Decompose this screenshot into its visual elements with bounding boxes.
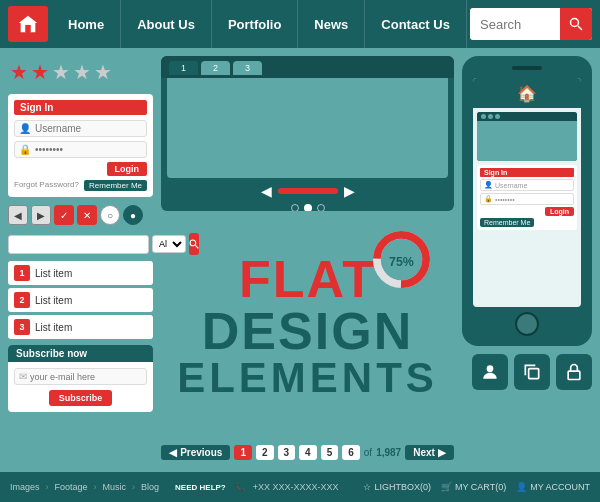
phone-login: Sign In 👤 Username 🔒 •••••••• Login (477, 165, 577, 230)
cart-label: MY CART(0) (455, 482, 506, 492)
bottom-link-music[interactable]: Music (103, 482, 127, 492)
phone-login-btn[interactable]: Login (545, 207, 574, 216)
need-help-label: NEED HELP? (175, 483, 226, 492)
lightbox-action[interactable]: ☆ LIGHTBOX(0) (363, 482, 431, 492)
remember-me-button[interactable]: Remember Me (84, 180, 147, 191)
star-rating[interactable]: ★ ★ ★ ★ ★ (8, 56, 153, 88)
left-panel: ★ ★ ★ ★ ★ Sign In 👤 🔒 Login Forgot Passw… (8, 56, 153, 464)
list-item[interactable]: 3 List item (8, 315, 153, 339)
list-label-2: List item (35, 295, 72, 306)
bottom-link-footage[interactable]: Footage (55, 482, 88, 492)
phone-home-btn[interactable] (515, 312, 539, 336)
user-account-icon-btn[interactable] (472, 354, 508, 390)
phone-username-field[interactable]: 👤 Username (480, 179, 574, 191)
prev-arrow-btn[interactable]: ◀ (8, 205, 28, 225)
svg-point-9 (487, 365, 494, 372)
list-label-1: List item (35, 268, 72, 279)
page-total: 1,987 (376, 447, 401, 458)
radio-btn-empty[interactable]: ○ (100, 205, 120, 225)
search-bar: All (8, 233, 153, 255)
email-input[interactable] (30, 372, 142, 382)
password-field[interactable]: 🔒 (14, 141, 147, 158)
copy-icon-btn[interactable] (514, 354, 550, 390)
lightbox-icon: ☆ (363, 482, 371, 492)
cart-action[interactable]: 🛒 MY CART(0) (441, 482, 506, 492)
browser-next-btn[interactable]: ▶ (344, 183, 355, 199)
filter-input[interactable] (8, 235, 149, 254)
browser-dot-2[interactable] (304, 204, 312, 211)
phone-remember-btn[interactable]: Remember Me (480, 218, 534, 227)
search-button[interactable] (560, 8, 592, 40)
page-4-btn[interactable]: 4 (299, 445, 317, 460)
lock-icon: 🔒 (19, 144, 31, 155)
nav-item-portfolio[interactable]: Portfolio (212, 0, 298, 48)
nav-logo[interactable] (8, 6, 48, 42)
browser-tab-3[interactable]: 3 (233, 61, 262, 75)
lightbox-label: LIGHTBOX(0) (374, 482, 431, 492)
page-1-btn[interactable]: 1 (234, 445, 252, 460)
browser-scrollbar (278, 188, 338, 194)
subscribe-title: Subscribe now (8, 345, 153, 362)
star-3[interactable]: ★ (52, 60, 70, 84)
email-input-row[interactable]: ✉ (14, 368, 147, 385)
bottom-link-blog[interactable]: Blog (141, 482, 159, 492)
phone-password-field[interactable]: 🔒 •••••••• (480, 193, 574, 205)
phone-lock-icon: 🔒 (484, 195, 493, 203)
browser-dot-1[interactable] (291, 204, 299, 211)
phone-mockup: 🏠 Sign In 👤 (462, 56, 592, 346)
phone-login-btn-row: Login (480, 207, 574, 216)
page-of-label: of (364, 447, 372, 458)
phone-browser-dot-1 (481, 114, 486, 119)
design-label: DESIGN (177, 305, 438, 357)
next-arrow-btn[interactable]: ▶ (31, 205, 51, 225)
star-2[interactable]: ★ (31, 60, 49, 84)
nav-item-home[interactable]: Home (52, 0, 121, 48)
nav-controls: ◀ ▶ ✓ ✕ ○ ● (8, 203, 153, 227)
star-4[interactable]: ★ (73, 60, 91, 84)
account-icon: 👤 (516, 482, 527, 492)
phone-browser (477, 112, 577, 161)
nav-item-contact[interactable]: Contact Us (365, 0, 467, 48)
search-input[interactable] (470, 17, 560, 32)
forgot-password-link[interactable]: Forgot Password? (14, 180, 79, 191)
browser-dot-3[interactable] (317, 204, 325, 211)
page-6-btn[interactable]: 6 (342, 445, 360, 460)
subscribe-box: Subscribe now ✉ Subscribe (8, 345, 153, 412)
browser-prev-btn[interactable]: ◀ (261, 183, 272, 199)
pagination: ◀ Previous 1 2 3 4 5 6 of 1,987 Next ▶ (161, 441, 454, 464)
username-input[interactable] (35, 123, 142, 134)
bottom-right-actions: ☆ LIGHTBOX(0) 🛒 MY CART(0) 👤 MY ACCOUNT (363, 482, 590, 492)
prev-page-btn[interactable]: ◀ Previous (161, 445, 230, 460)
username-field[interactable]: 👤 (14, 120, 147, 137)
subscribe-button[interactable]: Subscribe (49, 390, 113, 406)
star-1[interactable]: ★ (10, 60, 28, 84)
password-input[interactable] (35, 144, 142, 155)
nav-item-about[interactable]: About Us (121, 0, 212, 48)
login-button[interactable]: Login (107, 162, 148, 176)
list-num-1: 1 (14, 265, 30, 281)
subscribe-body: ✉ Subscribe (8, 362, 153, 412)
star-5[interactable]: ★ (94, 60, 112, 84)
lock-icon-btn[interactable] (556, 354, 592, 390)
list-item[interactable]: 1 List item (8, 261, 153, 285)
bottom-link-images[interactable]: Images (10, 482, 40, 492)
next-page-btn[interactable]: Next ▶ (405, 445, 453, 460)
check-btn[interactable]: ✓ (54, 205, 74, 225)
nav-item-news[interactable]: News (298, 0, 365, 48)
phone-screen-top: 🏠 (473, 78, 581, 108)
list-num-3: 3 (14, 319, 30, 335)
page-2-btn[interactable]: 2 (256, 445, 274, 460)
list-item[interactable]: 2 List item (8, 288, 153, 312)
browser-nav: ◀ ▶ (161, 178, 454, 204)
browser-tab-2[interactable]: 2 (201, 61, 230, 75)
bottom-links: Images › Footage › Music › Blog (10, 482, 159, 492)
account-action[interactable]: 👤 MY ACCOUNT (516, 482, 590, 492)
browser-tab-1[interactable]: 1 (169, 61, 198, 75)
list-items: 1 List item 2 List item 3 List item (8, 261, 153, 339)
page-3-btn[interactable]: 3 (278, 445, 296, 460)
phone-user-icon: 👤 (484, 181, 493, 189)
icon-row (462, 354, 592, 390)
cross-btn[interactable]: ✕ (77, 205, 97, 225)
page-5-btn[interactable]: 5 (321, 445, 339, 460)
radio-btn-filled[interactable]: ● (123, 205, 143, 225)
